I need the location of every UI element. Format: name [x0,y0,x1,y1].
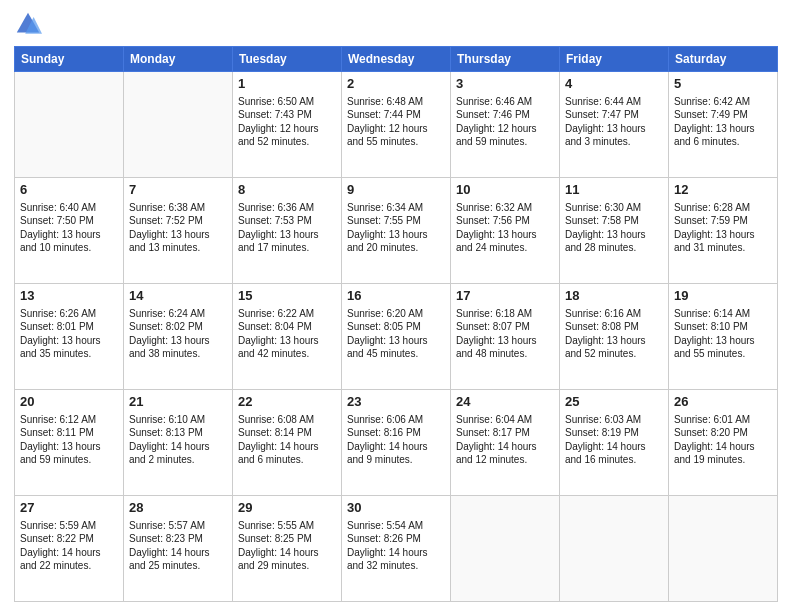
day-info-line: and 22 minutes. [20,559,118,573]
day-info-line: and 48 minutes. [456,347,554,361]
day-info-line: Daylight: 13 hours [20,440,118,454]
calendar-body: 1Sunrise: 6:50 AMSunset: 7:43 PMDaylight… [15,72,778,602]
day-info-line: Sunset: 7:59 PM [674,214,772,228]
calendar-cell: 22Sunrise: 6:08 AMSunset: 8:14 PMDayligh… [233,390,342,496]
logo-icon [14,10,42,38]
day-info-line: Daylight: 14 hours [238,440,336,454]
day-number: 18 [565,287,663,305]
day-number: 1 [238,75,336,93]
day-number: 12 [674,181,772,199]
day-info-line: and 55 minutes. [674,347,772,361]
calendar-cell: 9Sunrise: 6:34 AMSunset: 7:55 PMDaylight… [342,178,451,284]
calendar-cell: 20Sunrise: 6:12 AMSunset: 8:11 PMDayligh… [15,390,124,496]
day-info-line: Daylight: 13 hours [347,228,445,242]
day-info-line: Sunset: 7:58 PM [565,214,663,228]
calendar-cell: 3Sunrise: 6:46 AMSunset: 7:46 PMDaylight… [451,72,560,178]
day-info-line: and 35 minutes. [20,347,118,361]
day-info-line: Sunset: 7:50 PM [20,214,118,228]
day-info-line: Sunset: 8:25 PM [238,532,336,546]
day-info-line: Sunset: 8:10 PM [674,320,772,334]
day-info-line: Daylight: 13 hours [565,228,663,242]
week-row-3: 20Sunrise: 6:12 AMSunset: 8:11 PMDayligh… [15,390,778,496]
day-info-line: Daylight: 14 hours [238,546,336,560]
day-number: 5 [674,75,772,93]
calendar-cell: 2Sunrise: 6:48 AMSunset: 7:44 PMDaylight… [342,72,451,178]
calendar-cell: 25Sunrise: 6:03 AMSunset: 8:19 PMDayligh… [560,390,669,496]
day-info-line: and 17 minutes. [238,241,336,255]
day-number: 16 [347,287,445,305]
day-header-tuesday: Tuesday [233,47,342,72]
day-info-line: Sunset: 8:13 PM [129,426,227,440]
calendar-cell: 1Sunrise: 6:50 AMSunset: 7:43 PMDaylight… [233,72,342,178]
day-info-line: Sunset: 8:19 PM [565,426,663,440]
day-header-wednesday: Wednesday [342,47,451,72]
day-info-line: Daylight: 12 hours [347,122,445,136]
calendar-cell: 30Sunrise: 5:54 AMSunset: 8:26 PMDayligh… [342,496,451,602]
calendar-cell: 12Sunrise: 6:28 AMSunset: 7:59 PMDayligh… [669,178,778,284]
day-info-line: Sunrise: 6:14 AM [674,307,772,321]
day-number: 3 [456,75,554,93]
day-number: 8 [238,181,336,199]
day-info-line: and 32 minutes. [347,559,445,573]
day-info-line: and 45 minutes. [347,347,445,361]
day-info-line: Daylight: 12 hours [238,122,336,136]
day-number: 7 [129,181,227,199]
day-info-line: Sunrise: 6:12 AM [20,413,118,427]
header [14,10,778,38]
day-info-line: Daylight: 13 hours [674,228,772,242]
day-info-line: Sunrise: 6:42 AM [674,95,772,109]
day-info-line: and 28 minutes. [565,241,663,255]
day-info-line: Daylight: 13 hours [565,334,663,348]
day-info-line: Sunrise: 6:28 AM [674,201,772,215]
day-info-line: Sunrise: 6:16 AM [565,307,663,321]
day-number: 28 [129,499,227,517]
day-info-line: Daylight: 14 hours [347,546,445,560]
day-info-line: Sunrise: 6:50 AM [238,95,336,109]
day-info-line: Daylight: 13 hours [347,334,445,348]
calendar-cell: 4Sunrise: 6:44 AMSunset: 7:47 PMDaylight… [560,72,669,178]
day-info-line: and 6 minutes. [674,135,772,149]
day-header-friday: Friday [560,47,669,72]
day-info-line: Sunrise: 6:10 AM [129,413,227,427]
day-number: 19 [674,287,772,305]
calendar-cell: 10Sunrise: 6:32 AMSunset: 7:56 PMDayligh… [451,178,560,284]
week-row-1: 6Sunrise: 6:40 AMSunset: 7:50 PMDaylight… [15,178,778,284]
day-info-line: Sunrise: 5:54 AM [347,519,445,533]
day-number: 26 [674,393,772,411]
day-info-line: Sunset: 7:49 PM [674,108,772,122]
calendar-cell [560,496,669,602]
day-info-line: Sunrise: 6:38 AM [129,201,227,215]
day-info-line: Daylight: 13 hours [674,122,772,136]
day-info-line: Sunset: 8:02 PM [129,320,227,334]
day-number: 22 [238,393,336,411]
calendar-cell: 17Sunrise: 6:18 AMSunset: 8:07 PMDayligh… [451,284,560,390]
day-info-line: and 2 minutes. [129,453,227,467]
day-number: 15 [238,287,336,305]
day-info-line: Daylight: 13 hours [20,334,118,348]
calendar-cell: 6Sunrise: 6:40 AMSunset: 7:50 PMDaylight… [15,178,124,284]
day-header-thursday: Thursday [451,47,560,72]
calendar-cell [124,72,233,178]
day-info-line: and 52 minutes. [238,135,336,149]
day-info-line: Sunrise: 5:55 AM [238,519,336,533]
day-number: 27 [20,499,118,517]
day-info-line: Sunset: 8:16 PM [347,426,445,440]
day-number: 30 [347,499,445,517]
day-info-line: Daylight: 13 hours [238,334,336,348]
day-info-line: and 31 minutes. [674,241,772,255]
calendar-cell: 8Sunrise: 6:36 AMSunset: 7:53 PMDaylight… [233,178,342,284]
day-info-line: Daylight: 14 hours [565,440,663,454]
day-info-line: Sunrise: 6:20 AM [347,307,445,321]
week-row-4: 27Sunrise: 5:59 AMSunset: 8:22 PMDayligh… [15,496,778,602]
day-info-line: Daylight: 13 hours [674,334,772,348]
day-number: 25 [565,393,663,411]
day-info-line: Sunset: 8:22 PM [20,532,118,546]
calendar-cell: 21Sunrise: 6:10 AMSunset: 8:13 PMDayligh… [124,390,233,496]
day-info-line: Sunset: 8:01 PM [20,320,118,334]
calendar-cell: 16Sunrise: 6:20 AMSunset: 8:05 PMDayligh… [342,284,451,390]
day-info-line: Sunset: 8:04 PM [238,320,336,334]
day-info-line: Sunset: 7:53 PM [238,214,336,228]
day-header-sunday: Sunday [15,47,124,72]
day-info-line: Sunrise: 6:44 AM [565,95,663,109]
calendar-cell: 28Sunrise: 5:57 AMSunset: 8:23 PMDayligh… [124,496,233,602]
